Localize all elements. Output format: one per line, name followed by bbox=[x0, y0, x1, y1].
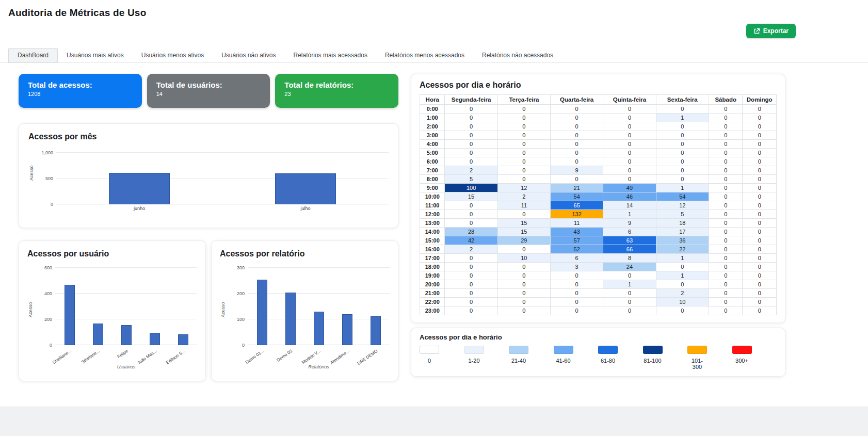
x-label-slot: Edilson S... bbox=[169, 347, 197, 363]
heatmap-row: 15:00422957633600 bbox=[420, 236, 777, 245]
heatmap-cell: 0 bbox=[551, 280, 603, 289]
heatmap-col-header-sexta-feira: Sexta-feira bbox=[656, 95, 709, 105]
heatmap-cell: 0 bbox=[497, 298, 550, 306]
heatmap-cell: 0 bbox=[551, 157, 603, 166]
heatmap-cell: 22 bbox=[656, 245, 709, 254]
heatmap-cell: 17 bbox=[656, 228, 709, 236]
heatmap-cell: 0 bbox=[743, 175, 777, 184]
legend-items: 01-2021-4041-6061-8081-100101-300300+ bbox=[420, 346, 777, 370]
heatmap-cell: 100 bbox=[445, 184, 497, 192]
bar-sthefane bbox=[93, 324, 103, 346]
heatmap-cell: 0 bbox=[445, 157, 497, 166]
heatmap-row: 5:000000000 bbox=[420, 149, 777, 157]
heatmap-cell: 0 bbox=[603, 149, 656, 157]
heatmap-cell: 0 bbox=[551, 298, 603, 306]
tab-relatorios-mais-acessados[interactable]: Relatórios mais acessados bbox=[285, 49, 376, 62]
heatmap-cell: 0 bbox=[497, 175, 550, 184]
heatmap-cell: 0 bbox=[709, 280, 743, 289]
x-category-label: Demo 03 bbox=[276, 348, 293, 363]
stat-label: Total de relatórios: bbox=[284, 80, 389, 89]
stat-cards-row: Total de acessos: 1208 Total de usuários… bbox=[19, 74, 398, 108]
legend-label: 1-20 bbox=[464, 358, 484, 364]
heatmap-row: 7:002090000 bbox=[420, 166, 777, 175]
tab-usuarios-mais-ativos[interactable]: Usuários mais ativos bbox=[58, 49, 133, 62]
y-tick-label: 100 bbox=[237, 317, 245, 322]
hora-cell: 12:00 bbox=[420, 210, 445, 219]
heatmap-cell: 0 bbox=[709, 122, 743, 131]
legend-label: 300+ bbox=[732, 358, 752, 364]
heatmap-cell: 0 bbox=[656, 175, 709, 184]
legend-item-81-100: 81-100 bbox=[643, 346, 688, 370]
hora-cell: 22:00 bbox=[420, 298, 445, 306]
legend-item-41-60: 41-60 bbox=[554, 346, 599, 370]
hora-cell: 20:00 bbox=[420, 280, 445, 289]
heatmap-row: 1:000000100 bbox=[420, 114, 777, 122]
heatmap-cell: 0 bbox=[743, 184, 777, 192]
legend-swatch bbox=[598, 346, 618, 354]
heatmap-cell: 3 bbox=[551, 263, 603, 271]
heatmap-cell: 0 bbox=[743, 219, 777, 228]
heatmap-cell: 0 bbox=[445, 210, 497, 219]
heatmap-cell: 11 bbox=[551, 219, 603, 228]
heatmap-title: Acessos por dia e horário bbox=[420, 80, 777, 90]
legend-item-300: 300+ bbox=[732, 346, 777, 370]
tab-usuarios-nao-ativos[interactable]: Usuários não ativos bbox=[213, 49, 284, 62]
heatmap-row: 22:0000001000 bbox=[420, 298, 777, 306]
heatmap-cell: 0 bbox=[497, 149, 550, 157]
heatmap-cell: 0 bbox=[743, 166, 777, 175]
hora-cell: 1:00 bbox=[420, 114, 445, 122]
hora-cell: 8:00 bbox=[420, 175, 445, 184]
tab-dashboard[interactable]: DashBoard bbox=[8, 48, 58, 63]
heatmap-cell: 0 bbox=[551, 289, 603, 298]
bar-demo-01 bbox=[257, 280, 267, 346]
heatmap-cell: 0 bbox=[656, 263, 709, 271]
tab-relatorios-nao-acessados[interactable]: Relatórios não acessados bbox=[473, 49, 562, 62]
legend-swatch bbox=[420, 346, 439, 354]
legend-item-101-300: 101-300 bbox=[687, 346, 732, 370]
card-acessos-por-usuario: Acessos por usuário Acesso 0200400600 Sh… bbox=[19, 240, 206, 381]
hora-cell: 23:00 bbox=[420, 306, 445, 315]
heatmap-cell: 0 bbox=[445, 271, 497, 280]
x-category-label: Felipe bbox=[117, 348, 130, 359]
heatmap-cell: 36 bbox=[656, 236, 709, 245]
heatmap-col-header-domingo: Domingo bbox=[743, 95, 777, 105]
y-axis-title: Acesso bbox=[220, 268, 226, 352]
heatmap-cell: 1 bbox=[656, 254, 709, 263]
heatmap-row: 21:000000200 bbox=[420, 289, 777, 298]
stat-card-total-acessos: Total de acessos: 1208 bbox=[19, 74, 142, 108]
heatmap-cell: 0 bbox=[445, 280, 497, 289]
bar-joao-mac bbox=[150, 333, 160, 345]
y-tick-label: 200 bbox=[44, 317, 52, 322]
heatmap-cell: 0 bbox=[709, 228, 743, 236]
bar-felipe bbox=[121, 325, 132, 345]
hora-cell: 2:00 bbox=[420, 122, 445, 131]
x-axis-labels: Demo 01...Demo 03Modelo V...Atendime...D… bbox=[248, 347, 390, 363]
export-button[interactable]: Exportar bbox=[746, 24, 796, 38]
heatmap-cell: 0 bbox=[709, 192, 743, 201]
heatmap-cell: 0 bbox=[743, 263, 777, 271]
heatmap-cell: 0 bbox=[603, 122, 656, 131]
heatmap-row: 12:00001321500 bbox=[420, 210, 777, 219]
heatmap-cell: 0 bbox=[603, 131, 656, 140]
dashboard-page: Auditoria de Métricas de Uso Exportar Da… bbox=[0, 0, 868, 436]
tab-relatorios-menos-acessados[interactable]: Relatórios menos acessados bbox=[376, 49, 473, 62]
legend-swatch bbox=[554, 346, 573, 354]
heatmap-cell: 63 bbox=[603, 236, 656, 245]
heatmap-cell: 0 bbox=[656, 149, 709, 157]
heatmap-cell: 0 bbox=[743, 210, 777, 219]
bar-slot bbox=[333, 268, 361, 345]
heatmap-cell: 0 bbox=[709, 254, 743, 263]
tab-usuarios-menos-ativos[interactable]: Usuários menos ativos bbox=[133, 49, 213, 62]
heatmap-cell: 6 bbox=[551, 254, 603, 263]
heatmap-cell: 0 bbox=[551, 149, 603, 157]
heatmap-col-header-sabado: Sábado bbox=[709, 95, 743, 105]
heatmap-cell: 0 bbox=[551, 140, 603, 149]
hora-cell: 14:00 bbox=[420, 228, 445, 236]
heatmap-cell: 0 bbox=[445, 289, 497, 298]
heatmap-cell: 0 bbox=[603, 105, 656, 114]
y-tick-label: 1,000 bbox=[41, 150, 53, 155]
x-axis-title: Usuários bbox=[55, 364, 197, 369]
bar-slot bbox=[248, 268, 276, 345]
bar-edilson-s bbox=[178, 334, 188, 345]
heatmap-cell: 0 bbox=[551, 306, 603, 315]
